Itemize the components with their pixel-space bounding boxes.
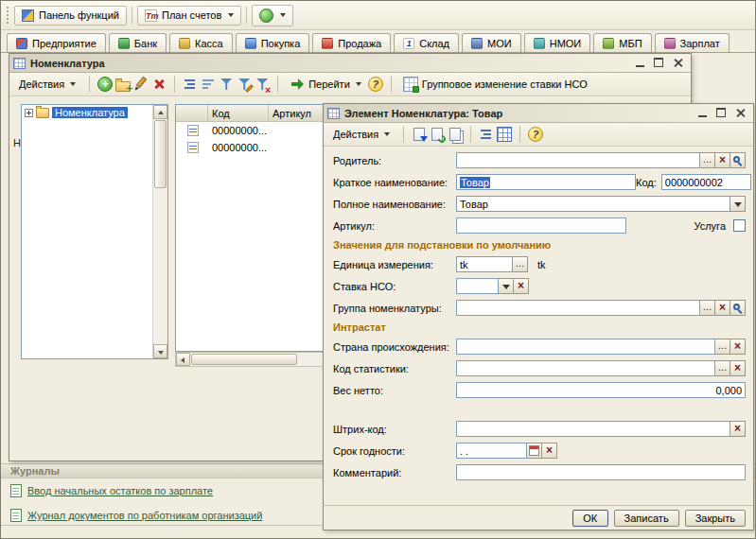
expand-icon[interactable] <box>25 109 33 117</box>
group-clear-button[interactable] <box>715 300 730 316</box>
scrollbar-thumb[interactable] <box>154 120 167 188</box>
icon-column-header[interactable] <box>176 105 208 121</box>
close-button[interactable] <box>671 57 685 69</box>
minimize-button[interactable] <box>633 57 647 69</box>
parent-clear-button[interactable] <box>715 152 730 168</box>
filter-clear-icon[interactable] <box>255 77 270 92</box>
add-group-icon[interactable] <box>115 81 131 92</box>
full-name-field[interactable]: Товар <box>456 196 730 212</box>
parent-select-button[interactable] <box>700 152 715 168</box>
edit-icon[interactable] <box>133 77 149 92</box>
actions-menu-button[interactable]: Действия <box>13 76 81 93</box>
code-column-header[interactable]: Код <box>208 105 269 121</box>
barcode-field[interactable] <box>456 421 730 437</box>
close-button[interactable]: Закрыть <box>685 510 746 527</box>
journal-link-salary-balances[interactable]: Ввод начальных остатков по зарплате <box>27 485 213 496</box>
add-icon[interactable] <box>97 77 113 92</box>
table-view-icon[interactable] <box>497 127 512 142</box>
weight-field[interactable]: 0,000 <box>456 382 746 398</box>
filter-settings-icon[interactable] <box>237 77 252 92</box>
expiry-row: Срок годности: . . <box>333 443 746 459</box>
element-titlebar[interactable]: Элемент Номенклатура: Товар <box>324 104 753 123</box>
go-button[interactable]: Перейти <box>286 76 365 93</box>
panel-functions-button[interactable]: Панель функций <box>14 6 127 26</box>
copy-icon[interactable] <box>449 128 461 141</box>
sort-icon[interactable] <box>201 77 216 92</box>
close-button[interactable] <box>733 107 747 119</box>
vat-clear-button[interactable] <box>514 278 529 294</box>
group-select-button[interactable] <box>700 300 715 316</box>
tab-label: МБП <box>619 38 642 49</box>
list-toolbar: Действия Перейти Групп <box>9 73 691 96</box>
refresh-icon[interactable] <box>431 128 443 141</box>
write-button[interactable]: Записать <box>614 510 679 527</box>
vat-row: Ставка НСО: <box>333 278 746 294</box>
tree-item-root[interactable]: Номенклатура <box>22 105 167 119</box>
expiry-calendar-button[interactable] <box>527 443 542 459</box>
scrollbar-thumb[interactable] <box>191 354 297 365</box>
maximize-button[interactable] <box>652 57 666 69</box>
nomenclature-titlebar[interactable]: Номенклатура <box>9 54 691 73</box>
tab-salary[interactable]: Зарплат <box>655 33 730 52</box>
maximize-button[interactable] <box>714 107 729 119</box>
statcode-select-button[interactable] <box>715 360 730 376</box>
help-icon[interactable] <box>528 127 543 142</box>
full-name-dropdown-button[interactable] <box>730 196 746 212</box>
splitter[interactable] <box>168 104 175 359</box>
country-select-button[interactable] <box>715 339 730 355</box>
minimize-button[interactable] <box>695 107 710 119</box>
toolbar-grip[interactable] <box>7 7 9 24</box>
filter-icon[interactable] <box>219 77 234 92</box>
tree-item-label: Номенклатура <box>52 107 128 118</box>
write-icon[interactable] <box>413 128 425 141</box>
tab-purchase[interactable]: Покупка <box>236 33 310 52</box>
parent-field[interactable] <box>456 152 700 168</box>
short-name-field[interactable]: Товар <box>456 174 636 190</box>
list-view-icon[interactable] <box>479 127 494 142</box>
unit-select-button[interactable] <box>513 256 528 272</box>
tree-scrollbar[interactable] <box>152 105 167 358</box>
vat-field[interactable] <box>456 278 499 294</box>
statcode-clear-button[interactable] <box>730 360 746 376</box>
tab-moi[interactable]: МОИ <box>462 33 521 52</box>
tab-warehouse[interactable]: Склад <box>394 33 459 52</box>
plan-accounts-button[interactable]: План счетов <box>137 6 241 26</box>
tab-bank[interactable]: Банк <box>109 33 167 52</box>
group-field[interactable] <box>456 300 700 316</box>
country-clear-button[interactable] <box>730 339 746 355</box>
scroll-up-icon[interactable] <box>153 105 167 119</box>
tab-enterprise[interactable]: Предприятие <box>7 33 106 52</box>
group-change-button[interactable]: Групповое изменение ставки НСО <box>399 76 591 93</box>
low-value-items-icon <box>603 38 614 49</box>
scroll-left-icon[interactable] <box>176 353 190 366</box>
group-open-button[interactable] <box>730 300 746 316</box>
statcode-field[interactable] <box>456 360 715 376</box>
actions-menu-button[interactable]: Действия <box>327 126 396 143</box>
scroll-down-icon[interactable] <box>153 344 167 358</box>
help-icon[interactable] <box>368 77 383 92</box>
service-button[interactable] <box>252 5 293 26</box>
expiry-field[interactable]: . . <box>456 443 527 459</box>
vat-dropdown-button[interactable] <box>499 278 514 294</box>
code-value: 0000000002 <box>665 177 723 188</box>
journal-link-employee-documents[interactable]: Журнал документов по работникам организа… <box>27 510 262 521</box>
separator <box>174 76 175 93</box>
delete-icon[interactable] <box>151 77 167 92</box>
code-field[interactable]: 0000000002 <box>661 174 751 190</box>
tab-sale[interactable]: Продажа <box>312 33 391 52</box>
tab-mbp[interactable]: МБП <box>593 33 651 52</box>
barcode-clear-button[interactable] <box>730 421 746 437</box>
country-field[interactable] <box>456 339 715 355</box>
tab-nmoi[interactable]: НМОИ <box>524 33 591 52</box>
expiry-clear-button[interactable] <box>542 443 557 459</box>
plan-accounts-icon <box>145 9 157 22</box>
parent-open-button[interactable] <box>730 152 746 168</box>
service-checkbox[interactable] <box>733 219 746 232</box>
unit-field[interactable]: tk <box>456 256 513 272</box>
article-row: Артикул: Услуга <box>333 217 746 234</box>
comment-field[interactable] <box>456 464 746 480</box>
ok-button[interactable]: ОК <box>572 510 608 527</box>
article-field[interactable] <box>456 217 626 234</box>
tab-cash[interactable]: Касса <box>169 33 233 52</box>
hierarchy-icon[interactable] <box>183 77 198 92</box>
